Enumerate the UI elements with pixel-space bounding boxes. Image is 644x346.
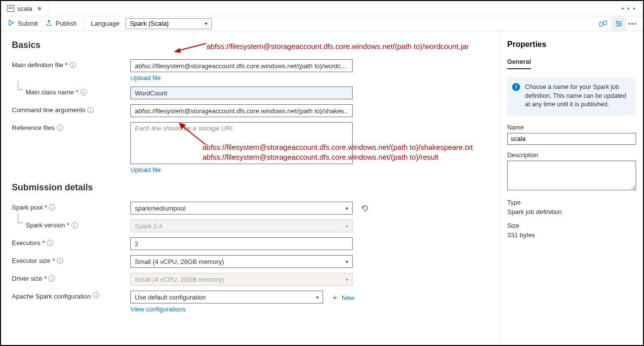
chevron-down-icon: ▾ bbox=[346, 206, 348, 211]
publish-label: Publish bbox=[55, 20, 77, 27]
language-value: Spark (Scala) bbox=[130, 20, 169, 27]
executor-size-dropdown[interactable]: Small (4 vCPU, 28GB memory)▾ bbox=[130, 255, 353, 268]
upload-reference-file-link[interactable]: Upload file bbox=[130, 166, 353, 173]
info-message: i Choose a name for your Spark job defin… bbox=[507, 77, 636, 115]
info-icon[interactable]: i bbox=[93, 292, 99, 298]
toolbar: Submit Publish Language Spark (Scala) ▾ … bbox=[1, 16, 643, 31]
label-main-class-name: Main class name*i bbox=[12, 86, 130, 96]
main-class-name-input[interactable] bbox=[130, 86, 353, 99]
publish-button[interactable]: Publish bbox=[43, 18, 79, 29]
label-main-definition-file: Main definition file*i bbox=[12, 59, 130, 69]
language-dropdown[interactable]: Spark (Scala) ▾ bbox=[125, 18, 212, 29]
tab-title: scala bbox=[17, 5, 32, 12]
info-icon[interactable]: i bbox=[57, 125, 63, 131]
chevron-down-icon: ▾ bbox=[205, 21, 207, 26]
reference-files-textarea[interactable] bbox=[130, 122, 353, 164]
code-file-icon bbox=[7, 5, 14, 12]
section-basics: Basics bbox=[12, 40, 491, 50]
main-definition-file-input[interactable] bbox=[130, 59, 353, 72]
tab-bar: scala ● • • • bbox=[1, 1, 643, 16]
tab-general[interactable]: General bbox=[507, 58, 531, 69]
properties-pane: Properties General i Choose a name for y… bbox=[500, 31, 643, 344]
value-type: Spark job definition bbox=[507, 208, 636, 216]
svg-point-3 bbox=[619, 23, 621, 24]
tab-scala[interactable]: scala ● bbox=[1, 1, 48, 16]
driver-size-dropdown: Small (4 vCPU, 28GB memory)▾ bbox=[130, 273, 353, 286]
chevron-down-icon: ▾ bbox=[346, 277, 348, 282]
label-cli-arguments: Command line argumentsi bbox=[12, 104, 130, 114]
submit-button[interactable]: Submit bbox=[6, 18, 40, 29]
label-executor-size: Executor size*i bbox=[12, 255, 130, 264]
related-items-button[interactable] bbox=[596, 17, 610, 31]
upload-main-file-link[interactable]: Upload file bbox=[130, 74, 353, 82]
chevron-down-icon: ▾ bbox=[316, 295, 319, 300]
label-name: Name bbox=[507, 124, 636, 131]
info-icon[interactable]: i bbox=[49, 204, 55, 211]
label-executors: Executors*i bbox=[12, 237, 130, 247]
label-spark-version: Spark version*i bbox=[12, 219, 130, 229]
dirty-indicator-icon: ● bbox=[37, 4, 42, 13]
cli-arguments-input[interactable] bbox=[130, 104, 353, 117]
spark-config-dropdown[interactable]: Use default configuration▾ bbox=[130, 291, 323, 303]
properties-description-textarea[interactable] bbox=[507, 161, 636, 190]
value-size: 331 bytes bbox=[507, 231, 636, 239]
form-pane: Basics Main definition file*i Upload fil… bbox=[1, 31, 500, 344]
properties-title: Properties bbox=[507, 40, 636, 49]
submit-label: Submit bbox=[18, 20, 38, 27]
chevron-down-icon: ▾ bbox=[346, 223, 348, 229]
info-icon[interactable]: i bbox=[70, 62, 76, 68]
label-driver-size: Driver size*i bbox=[12, 273, 130, 282]
info-icon[interactable]: i bbox=[87, 107, 94, 113]
label-size: Size bbox=[507, 222, 636, 229]
svg-rect-1 bbox=[604, 21, 606, 25]
label-reference-files: Reference filesi bbox=[12, 122, 130, 131]
plus-icon: ＋ bbox=[331, 293, 339, 303]
info-icon[interactable]: i bbox=[48, 275, 55, 282]
language-label: Language bbox=[91, 20, 120, 27]
info-icon[interactable]: i bbox=[80, 89, 87, 95]
svg-rect-0 bbox=[600, 22, 603, 26]
play-icon bbox=[8, 19, 15, 28]
label-type: Type bbox=[507, 199, 636, 206]
svg-point-2 bbox=[616, 21, 618, 22]
label-spark-pool: Spark pool*i bbox=[12, 202, 130, 211]
chevron-down-icon: ▾ bbox=[346, 259, 348, 264]
properties-toggle-button[interactable] bbox=[611, 17, 626, 31]
section-submission: Submission details bbox=[12, 182, 491, 193]
svg-point-4 bbox=[617, 25, 619, 26]
label-description: Description bbox=[507, 152, 636, 159]
properties-name-input[interactable] bbox=[507, 133, 636, 145]
toolbar-more-button[interactable]: ••• bbox=[627, 17, 638, 31]
spark-version-dropdown: Spark 2.4▾ bbox=[130, 219, 353, 232]
info-icon[interactable]: i bbox=[72, 222, 78, 228]
label-spark-config: Apache Spark configurationi bbox=[12, 291, 130, 300]
refresh-pool-button[interactable] bbox=[361, 204, 369, 215]
toolbar-separator bbox=[84, 18, 85, 29]
info-icon: i bbox=[512, 83, 520, 91]
info-icon[interactable]: i bbox=[47, 240, 53, 246]
info-icon[interactable]: i bbox=[57, 258, 63, 264]
publish-icon bbox=[45, 19, 52, 28]
view-configurations-link[interactable]: View configurations bbox=[130, 305, 323, 313]
new-config-button[interactable]: ＋ New bbox=[331, 293, 355, 303]
tabbar-more-button[interactable]: • • • bbox=[622, 5, 643, 12]
spark-pool-dropdown[interactable]: sparkmediumpool▾ bbox=[130, 202, 353, 215]
executors-input[interactable] bbox=[130, 237, 353, 250]
